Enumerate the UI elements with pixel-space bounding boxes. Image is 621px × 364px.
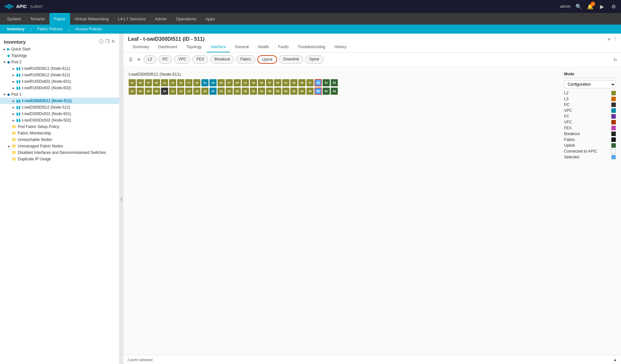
expand-icon-quick-start[interactable]: ► <box>3 48 6 51</box>
port-13[interactable]: 13 <box>169 79 176 86</box>
tree-item-swir165s602[interactable]: ► ▮▮ t-swiR165Ds602 (Node-602) <box>0 85 119 91</box>
port-24[interactable]: 24 <box>218 88 225 95</box>
port-18[interactable]: 18 <box>193 88 200 95</box>
tree-item-swid300dl511[interactable]: ► ▮▮ t-swiD300Dl511 (Node-511) <box>0 98 119 104</box>
port-34[interactable]: 34 <box>258 88 265 95</box>
tree-item-pod2[interactable]: ▼ ◆ Pod 2 <box>0 59 119 65</box>
expand-icon-swir165d612[interactable]: ► <box>12 73 16 77</box>
port-27[interactable]: 27 <box>226 79 233 86</box>
port-19[interactable]: 19 <box>193 79 200 86</box>
help-icon[interactable]: ▶ <box>598 3 605 10</box>
port-07[interactable]: 07 <box>145 79 152 86</box>
port-32[interactable]: 32 <box>250 88 257 95</box>
tree-item-quick-start[interactable]: ► ▶ Quick Start <box>0 46 119 52</box>
mode-select[interactable]: ConfigurationOperationalStats <box>564 80 616 88</box>
port-43[interactable]: 43 <box>290 79 297 86</box>
tree-item-pod-fabric-setup[interactable]: 📁 Pod Fabric Setup Policy <box>0 123 119 130</box>
tree-item-swir165d612[interactable]: ► ▮▮ t-swiR165Dl612 (Node-612) <box>0 72 119 78</box>
tree-item-swir165d611[interactable]: ► ▮▮ t-swiR165Dl611 (Node-611) <box>0 65 119 72</box>
port-28[interactable]: 28 <box>234 88 241 95</box>
port-31[interactable]: 31 <box>242 79 249 86</box>
tab-faults[interactable]: Faults <box>274 42 293 52</box>
port-20[interactable]: 20 <box>201 88 209 95</box>
hamburger-icon[interactable]: ☰ <box>127 56 134 63</box>
tab-topology[interactable]: Topology <box>182 42 206 52</box>
port-26[interactable]: 26 <box>226 88 233 95</box>
toolbar-btn-spine[interactable]: Spine <box>305 55 324 64</box>
port-06[interactable]: 06 <box>145 88 152 95</box>
scroll-up-icon[interactable]: ▲ <box>613 357 617 362</box>
toolbar-refresh-icon[interactable]: ↻ <box>614 57 617 62</box>
sub-nav-item-access-policies[interactable]: Access Policies <box>72 27 105 31</box>
tab-dashboard[interactable]: Dashboard <box>154 42 181 52</box>
sidebar-info-icon[interactable]: ⓘ <box>99 39 103 45</box>
sidebar-collapse-icon[interactable]: ❐ <box>105 39 110 45</box>
port-44[interactable]: 44 <box>298 88 305 95</box>
port-22[interactable]: 22 <box>209 88 217 95</box>
port-41[interactable]: 41 <box>282 79 289 86</box>
tab-troubleshooting[interactable]: Troubleshooting <box>294 42 329 52</box>
port-16[interactable]: 16 <box>185 88 192 95</box>
expand-icon-unmanaged-fabric[interactable]: ► <box>7 145 11 148</box>
port-01[interactable]: 01 <box>129 79 136 86</box>
tab-summary[interactable]: Summary <box>129 42 153 52</box>
port-54[interactable]: 54 <box>331 88 338 95</box>
nav-item-apps[interactable]: Apps <box>201 13 219 25</box>
port-47[interactable]: 47 <box>306 79 314 86</box>
nav-item-l4l7[interactable]: L4-L7 Services <box>113 13 150 25</box>
port-49[interactable]: 49 <box>315 79 322 86</box>
tree-item-swir165s601[interactable]: ► ▮▮ t-swiR165Ds601 (Node-601) <box>0 78 119 85</box>
settings-icon[interactable]: ⚙ <box>610 3 617 10</box>
tree-item-duplicate-ip[interactable]: 📁 Duplicate IP Usage <box>0 156 119 162</box>
port-04[interactable]: 04 <box>137 88 144 95</box>
port-36[interactable]: 36 <box>266 88 273 95</box>
expand-icon-swid300dl512[interactable]: ► <box>12 106 16 109</box>
expand-icon-swir165s602[interactable]: ► <box>12 86 16 90</box>
nav-item-tenants[interactable]: Tenants <box>26 13 49 25</box>
port-53[interactable]: 53 <box>331 79 338 86</box>
sidebar-refresh-icon[interactable]: ↻ <box>112 39 115 45</box>
toolbar-btn-fex[interactable]: FEX <box>192 55 208 64</box>
tab-health[interactable]: Health <box>254 42 273 52</box>
nav-item-virtual-networking[interactable]: Virtual Networking <box>70 13 113 25</box>
nav-item-system[interactable]: System <box>3 13 26 25</box>
sub-nav-item-inventory[interactable]: Inventory <box>4 27 28 31</box>
expand-icon-pod1[interactable]: ▼ <box>3 93 6 96</box>
tree-item-swid300ds502[interactable]: ► ▮▮ t-swiD300Ds502 (Node-502) <box>0 117 119 123</box>
tab-history[interactable]: History <box>331 42 350 52</box>
star-icon[interactable]: ★ <box>607 37 611 42</box>
port-12[interactable]: 12 <box>169 88 176 95</box>
tree-item-swid300ds501[interactable]: ► ▮▮ t-swiD300Ds501 (Node-501) <box>0 111 119 117</box>
collapse-handle[interactable]: ❮ <box>120 34 123 364</box>
expand-icon-swir165d611[interactable]: ► <box>12 67 16 70</box>
port-29[interactable]: 29 <box>234 79 241 86</box>
tab-interface[interactable]: Interface <box>207 42 230 52</box>
port-02[interactable]: 02 <box>129 88 136 95</box>
tree-item-unreachable-nodes[interactable]: 📁 Unreachable Nodes <box>0 136 119 143</box>
port-50[interactable]: 50 <box>315 88 322 95</box>
port-30[interactable]: 30 <box>242 88 249 95</box>
port-11[interactable]: 11 <box>161 79 168 86</box>
sub-nav-item-fabric-policies[interactable]: Fabric Policies <box>34 27 66 31</box>
port-42[interactable]: 42 <box>290 88 297 95</box>
port-08[interactable]: 08 <box>153 88 160 95</box>
port-21[interactable]: 21 <box>201 79 209 86</box>
expand-icon-swid300dl511[interactable]: ► <box>12 99 16 103</box>
tree-item-swid300dl512[interactable]: ► ▮▮ t-swiD300Dl512 (Node-512) <box>0 104 119 111</box>
port-14[interactable]: 14 <box>177 88 184 95</box>
toolbar-btn-l2[interactable]: L2 <box>144 55 156 64</box>
notification-icon[interactable]: 🔔 1 <box>587 3 594 10</box>
port-15[interactable]: 15 <box>177 79 184 86</box>
add-icon[interactable]: + <box>136 55 142 64</box>
port-10[interactable]: 10 <box>161 88 168 95</box>
port-37[interactable]: 37 <box>266 79 273 86</box>
tree-item-topology[interactable]: ◆ Topology <box>0 52 119 59</box>
port-23[interactable]: 23 <box>209 79 217 86</box>
port-17[interactable]: 17 <box>185 79 192 86</box>
port-46[interactable]: 46 <box>306 88 314 95</box>
nav-item-fabric[interactable]: Fabric <box>49 13 70 25</box>
toolbar-btn-vpc[interactable]: VPC <box>174 55 190 64</box>
toolbar-btn-downlink[interactable]: Downlink <box>279 55 303 64</box>
search-icon[interactable]: 🔍 <box>575 3 582 10</box>
toolbar-btn-uplink[interactable]: Uplink <box>257 55 277 64</box>
